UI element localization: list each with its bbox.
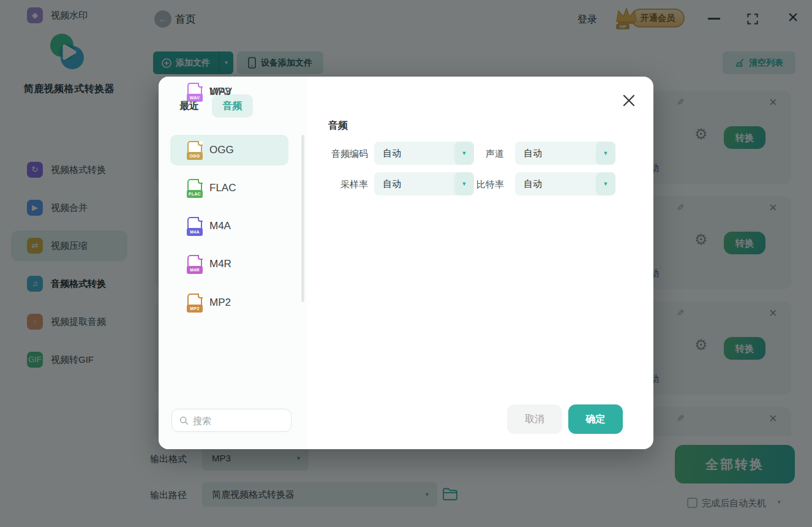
bitrate-select[interactable]: 自动 ▼ (515, 172, 615, 195)
format-list-panel: 最近 音频 MP3 MP3 WAV WAV (159, 77, 307, 449)
format-name: MP2 (209, 297, 231, 309)
channels-label: 声道 (462, 142, 504, 166)
format-settings-modal: 最近 音频 MP3 MP3 WAV WAV (159, 77, 653, 449)
bitrate-value: 自动 (524, 172, 542, 195)
ok-button[interactable]: 确定 (568, 404, 623, 434)
format-row-ogg[interactable]: OGG OGG (170, 135, 288, 165)
ogg-file-icon: OGG (187, 141, 203, 160)
format-list-scrollbar[interactable] (301, 135, 304, 302)
format-name: WAV (209, 86, 232, 98)
format-name: FLAC (209, 182, 236, 194)
chevron-down-icon: ▼ (596, 172, 615, 195)
audio-codec-label: 音频编码 (319, 142, 368, 166)
format-row-mp2[interactable]: MP2 MP2 (170, 287, 288, 318)
m4r-file-icon: M4R (187, 255, 203, 274)
format-name: M4A (209, 220, 231, 232)
m4a-file-icon: M4A (187, 217, 203, 236)
format-name: OGG (209, 144, 234, 156)
format-row-m4r[interactable]: M4R M4R (170, 249, 288, 279)
settings-panel-title: 音频 (328, 119, 348, 132)
format-row-wav[interactable]: WAV WAV (170, 77, 288, 107)
search-icon (179, 416, 189, 425)
cancel-button[interactable]: 取消 (507, 404, 562, 434)
sample-rate-value: 自动 (383, 172, 401, 195)
format-row-m4a[interactable]: M4A M4A (170, 211, 288, 241)
modal-close-button[interactable] (621, 93, 637, 108)
audio-codec-value: 自动 (383, 142, 401, 165)
chevron-down-icon: ▼ (596, 142, 615, 165)
wav-file-icon: WAV (187, 83, 203, 102)
sample-rate-label: 采样率 (319, 172, 368, 197)
audio-codec-select[interactable]: 自动 ▼ (374, 142, 474, 165)
format-name: M4R (209, 258, 231, 270)
channels-value: 自动 (524, 142, 542, 165)
mp2-file-icon: MP2 (187, 294, 203, 313)
app-window: 简鹿视频格式转换器 ↻ 视频格式转换 ▶ 视频合并 ⇄ 视频压缩 ♫ 音频格式转… (0, 0, 812, 527)
flac-file-icon: FLAC (187, 179, 203, 198)
sample-rate-select[interactable]: 自动 ▼ (374, 172, 474, 195)
search-input[interactable] (193, 415, 285, 426)
bitrate-label: 比特率 (462, 172, 504, 197)
format-row-flac[interactable]: FLAC FLAC (170, 173, 288, 203)
format-search-box (171, 409, 291, 432)
channels-select[interactable]: 自动 ▼ (515, 142, 615, 165)
